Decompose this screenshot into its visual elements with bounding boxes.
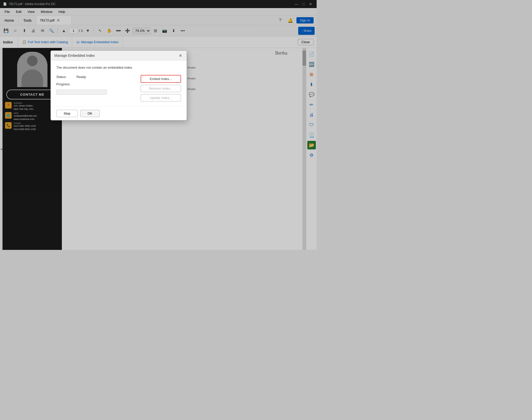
status-row: Status: Ready bbox=[56, 75, 136, 79]
progress-label: Progress: bbox=[56, 82, 77, 86]
stop-button[interactable]: Stop bbox=[56, 110, 78, 117]
ok-button[interactable]: OK bbox=[80, 110, 100, 117]
dialog-message: The document does not contain an embedde… bbox=[56, 66, 181, 69]
dialog-fields: Status: Ready Progress: Embed Index... R… bbox=[56, 75, 181, 101]
embed-index-button[interactable]: Embed Index... bbox=[141, 75, 181, 83]
status-label: Status: bbox=[56, 75, 77, 79]
dialog-title-bar: Manage Embedded Index ✕ bbox=[51, 51, 187, 61]
dialog-close-button[interactable]: ✕ bbox=[178, 53, 183, 58]
dialog-footer: Stop OK bbox=[51, 107, 187, 120]
progress-bar-container bbox=[56, 90, 107, 95]
dialog-right-section: Embed Index... Remove Index... Update In… bbox=[141, 75, 181, 101]
dialog-title: Manage Embedded Index bbox=[54, 54, 95, 58]
update-index-button[interactable]: Update Index... bbox=[141, 94, 181, 101]
status-value: Ready bbox=[77, 75, 86, 79]
manage-embedded-index-dialog: Manage Embedded Index ✕ The document doe… bbox=[50, 50, 187, 120]
dialog-left-section: Status: Ready Progress: bbox=[56, 75, 136, 101]
dialog-body: The document does not contain an embedde… bbox=[51, 61, 187, 107]
remove-index-button[interactable]: Remove Index... bbox=[141, 85, 181, 92]
dialog-overlay: Manage Embedded Index ✕ The document doe… bbox=[0, 0, 317, 250]
progress-row: Progress: bbox=[56, 82, 136, 86]
